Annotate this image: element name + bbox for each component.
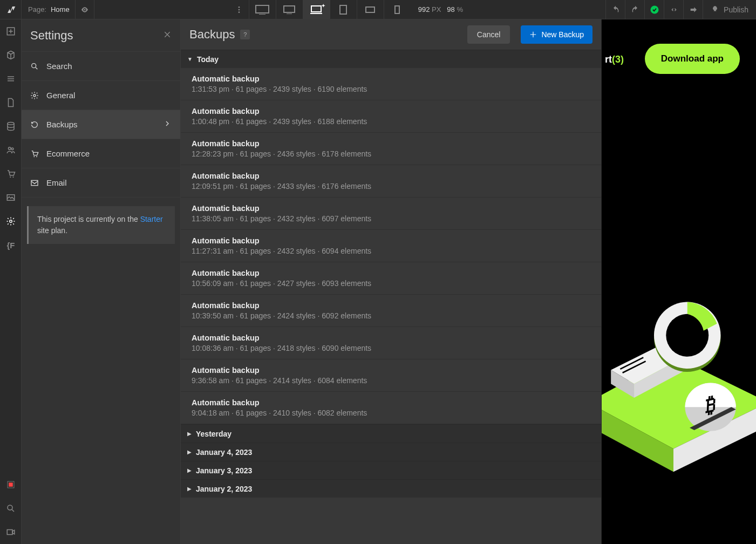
group-jan4[interactable]: ▶ January 4, 2023 [181, 443, 601, 461]
plan-link[interactable]: Starter [140, 215, 163, 223]
svg-rect-3 [256, 5, 269, 13]
svg-point-25 [32, 63, 36, 67]
rail-cms[interactable] [0, 114, 22, 138]
database-icon [6, 121, 16, 131]
rail-navigator[interactable] [0, 67, 22, 91]
canvas-heading-fragment: rt(3) [605, 54, 624, 65]
cancel-button[interactable]: Cancel [467, 25, 510, 44]
canvas-size-readout[interactable]: 992 PX 98 % [411, 5, 471, 13]
backup-row[interactable]: Automatic backup10:08:36 am · 61 pages ·… [181, 327, 601, 359]
settings-item-ecommerce[interactable]: Ecommerce [22, 139, 180, 168]
rail-tutorial[interactable] [0, 520, 22, 544]
backup-meta: 12:28:23 pm · 61 pages · 2436 styles · 6… [192, 149, 590, 158]
rail-settings[interactable] [0, 209, 22, 233]
status-indicator[interactable] [644, 0, 664, 19]
isometric-illustration: ₿ Tra [602, 160, 756, 544]
group-label: Today [197, 55, 219, 64]
rail-components[interactable] [0, 43, 22, 67]
code-export-button[interactable] [664, 0, 683, 19]
breakpoint-base[interactable]: ✦ [303, 0, 330, 19]
settings-item-general[interactable]: General [22, 81, 180, 110]
rail-add[interactable] [0, 19, 22, 43]
backup-row[interactable]: Automatic backup12:09:51 pm · 61 pages ·… [181, 165, 601, 198]
backup-row[interactable]: Automatic backup1:00:48 pm · 61 pages · … [181, 100, 601, 133]
svg-point-20 [10, 220, 12, 223]
rail-audit[interactable] [0, 473, 22, 497]
breakpoint-xl[interactable] [249, 0, 276, 19]
layers-icon [6, 74, 16, 84]
rail-pages[interactable] [0, 91, 22, 114]
help-button[interactable]: ? [240, 30, 250, 39]
publish-button[interactable]: Publish [703, 0, 756, 19]
breakpoint-mobile[interactable] [384, 0, 411, 19]
redo-button[interactable] [625, 0, 644, 19]
backup-title: Automatic backup [192, 269, 590, 277]
backup-title: Automatic backup [192, 334, 590, 342]
undo-icon [611, 5, 620, 14]
settings-item-search[interactable]: Search [22, 52, 180, 81]
publish-label: Publish [724, 5, 748, 14]
design-canvas[interactable]: rt(3) Download app [602, 19, 756, 544]
check-circle-icon [650, 5, 659, 15]
backup-meta: 9:04:18 am · 61 pages · 2410 styles · 60… [192, 409, 590, 417]
preview-toggle[interactable] [75, 0, 94, 19]
left-rail: {F [0, 19, 22, 544]
close-icon [163, 30, 172, 39]
width-unit: PX [432, 5, 441, 13]
share-button[interactable] [683, 0, 703, 19]
group-label: Yesterday [196, 430, 231, 438]
topbar-right: Publish [605, 0, 756, 19]
plan-notice: This project is currently on the Starter… [27, 206, 175, 244]
group-jan2[interactable]: ▶ January 2, 2023 [181, 479, 601, 498]
rail-assets[interactable] [0, 186, 22, 209]
more-menu[interactable] [229, 0, 249, 19]
group-label: January 4, 2023 [196, 448, 252, 457]
breakpoint-tablet[interactable] [330, 0, 357, 19]
backup-row[interactable]: Automatic backup11:27:31 am · 61 pages ·… [181, 230, 601, 262]
download-app-button[interactable]: Download app [645, 44, 740, 74]
backup-row[interactable]: Automatic backup10:39:50 am · 61 pages ·… [181, 295, 601, 327]
backup-row[interactable]: Automatic backup12:28:23 pm · 61 pages ·… [181, 133, 601, 165]
gear-icon [6, 216, 16, 226]
settings-item-backups[interactable]: Backups [22, 110, 180, 139]
eye-icon [80, 5, 89, 14]
group-today[interactable]: ▼ Today [181, 50, 601, 68]
svg-rect-4 [259, 14, 265, 15]
settings-item-email[interactable]: Email [22, 168, 180, 198]
cart-icon [30, 149, 39, 158]
breakpoint-mobile-landscape[interactable] [357, 0, 384, 19]
backup-meta: 9:36:58 am · 61 pages · 2414 styles · 60… [192, 376, 590, 385]
mail-icon [30, 179, 39, 187]
backup-title: Automatic backup [192, 366, 590, 375]
close-settings[interactable] [163, 29, 172, 42]
backup-row[interactable]: Automatic backup9:04:18 am · 61 pages · … [181, 392, 601, 424]
desktop-icon [283, 5, 295, 14]
backup-meta: 11:27:31 am · 61 pages · 2432 styles · 6… [192, 247, 590, 255]
rail-search[interactable] [0, 497, 22, 520]
rail-ecommerce[interactable] [0, 162, 22, 186]
group-jan3[interactable]: ▶ January 3, 2023 [181, 461, 601, 479]
search-icon [30, 62, 39, 71]
backup-row[interactable]: Automatic backup10:56:09 am · 61 pages ·… [181, 262, 601, 295]
desktop-xl-icon [255, 5, 269, 15]
backup-meta: 1:31:53 pm · 61 pages · 2439 styles · 61… [192, 85, 590, 93]
svg-rect-29 [31, 180, 38, 185]
webflow-logo[interactable] [0, 0, 22, 19]
breakpoint-lg[interactable] [276, 0, 303, 19]
rail-fonts[interactable]: {F [0, 233, 22, 257]
backup-row[interactable]: Automatic backup1:31:53 pm · 61 pages · … [181, 68, 601, 100]
webflow-icon [6, 5, 16, 15]
mobile-landscape-icon [365, 6, 375, 13]
backups-title: Backups [189, 28, 235, 42]
undo-button[interactable] [605, 0, 625, 19]
new-backup-button[interactable]: New Backup [521, 25, 592, 44]
group-label: January 3, 2023 [196, 466, 252, 475]
page-name[interactable]: Home [51, 5, 75, 13]
svg-rect-10 [366, 7, 374, 12]
svg-point-1 [238, 9, 240, 10]
group-yesterday[interactable]: ▶ Yesterday [181, 424, 601, 443]
backup-row[interactable]: Automatic backup9:36:58 am · 61 pages · … [181, 359, 601, 392]
rail-users[interactable] [0, 138, 22, 162]
svg-rect-6 [287, 13, 292, 14]
backup-row[interactable]: Automatic backup11:38:05 am · 61 pages ·… [181, 198, 601, 230]
